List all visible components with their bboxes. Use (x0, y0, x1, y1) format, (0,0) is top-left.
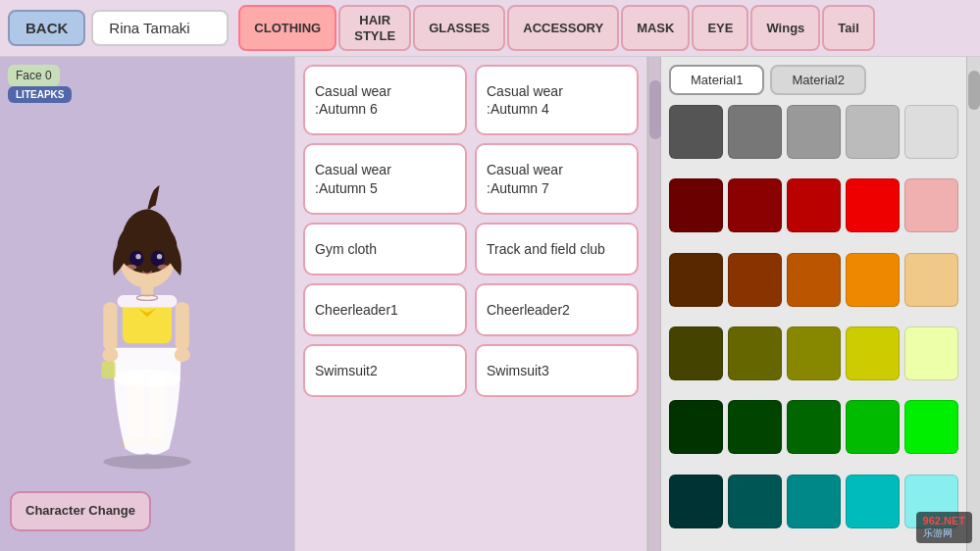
svg-point-21 (157, 254, 162, 259)
svg-point-20 (135, 254, 140, 259)
color-swatch[interactable] (728, 400, 782, 454)
color-swatch[interactable] (787, 178, 841, 232)
clothing-item[interactable]: Swimsuit2 (303, 344, 467, 397)
color-swatch[interactable] (904, 253, 958, 307)
color-swatch[interactable] (669, 475, 723, 528)
color-grid (669, 105, 958, 543)
color-swatch[interactable] (669, 178, 723, 232)
character-change-button[interactable]: Character Change (10, 491, 151, 531)
clothing-item[interactable]: Gym cloth (303, 223, 467, 276)
color-swatch[interactable] (669, 400, 723, 454)
svg-point-22 (127, 265, 137, 270)
color-swatch[interactable] (846, 178, 900, 232)
tab-wings[interactable]: Wings (750, 5, 820, 51)
clothing-item[interactable]: Track and field club (475, 223, 639, 276)
svg-point-23 (158, 265, 169, 270)
header: BACK Rina Tamaki CLOTHING HAIRSTYLE GLAS… (0, 0, 980, 57)
color-swatch[interactable] (787, 400, 841, 454)
character-name: Rina Tamaki (91, 10, 229, 46)
svg-rect-13 (101, 361, 115, 378)
character-change-label: Character Change (26, 503, 135, 518)
right-scrollbar[interactable] (966, 57, 980, 551)
color-swatch[interactable] (904, 400, 958, 454)
tab-hairstyle[interactable]: HAIRSTYLE (338, 5, 411, 51)
material2-tab[interactable]: Material2 (770, 65, 865, 95)
color-swatch[interactable] (846, 253, 900, 307)
color-swatch[interactable] (787, 475, 841, 528)
color-swatch[interactable] (787, 253, 841, 307)
character-preview-panel: Face 0 LITEAPKS (0, 57, 294, 551)
color-swatch[interactable] (728, 326, 782, 380)
clothing-list-panel: Casual wear:Autumn 6 Casual wear:Autumn … (294, 57, 647, 551)
color-panel: Material1 Material2 (661, 57, 966, 551)
clothing-item[interactable]: Cheerleader1 (303, 283, 467, 336)
tab-tail[interactable]: Tail (822, 5, 874, 51)
tab-eye[interactable]: EYE (692, 5, 748, 51)
watermark-site: 962.NET (923, 515, 965, 526)
material1-tab[interactable]: Material1 (669, 65, 764, 95)
color-swatch[interactable] (669, 253, 723, 307)
color-swatch[interactable] (846, 400, 900, 454)
tab-mask[interactable]: MASK (621, 5, 690, 51)
nav-tabs: CLOTHING HAIRSTYLE GLASSES ACCESSORY MAS… (238, 5, 874, 51)
color-swatch[interactable] (669, 105, 723, 159)
color-swatch[interactable] (728, 253, 782, 307)
color-swatch[interactable] (904, 326, 958, 380)
color-swatch[interactable] (728, 105, 782, 159)
color-swatch[interactable] (728, 475, 782, 528)
svg-point-0 (103, 455, 190, 469)
svg-point-12 (175, 348, 190, 362)
color-swatch[interactable] (904, 178, 958, 232)
clothing-item[interactable]: Casual wear:Autumn 4 (475, 65, 639, 135)
back-button[interactable]: BACK (8, 10, 85, 46)
color-swatch[interactable] (904, 105, 958, 159)
color-swatch[interactable] (846, 105, 900, 159)
character-illustration (69, 137, 226, 471)
color-swatch[interactable] (669, 326, 723, 380)
tab-glasses[interactable]: GLASSES (413, 5, 505, 51)
tab-accessory[interactable]: ACCESSORY (507, 5, 619, 51)
color-swatch[interactable] (846, 326, 900, 380)
clothing-item[interactable]: Swimsuit3 (475, 344, 639, 397)
clothing-item[interactable]: Casual wear:Autumn 7 (475, 143, 639, 214)
svg-rect-9 (103, 302, 117, 350)
tab-clothing[interactable]: CLOTHING (238, 5, 336, 51)
color-swatch[interactable] (846, 475, 900, 528)
clothing-item[interactable]: Cheerleader2 (475, 283, 639, 336)
color-swatch[interactable] (787, 105, 841, 159)
clothing-item[interactable]: Casual wear:Autumn 6 (303, 65, 467, 135)
svg-rect-10 (176, 302, 189, 350)
color-swatch[interactable] (728, 178, 782, 232)
main-area: Face 0 LITEAPKS (0, 57, 980, 551)
svg-rect-8 (118, 295, 178, 308)
watermark: 962.NET 乐游网 (916, 512, 972, 543)
watermark-sub: 乐游网 (923, 527, 953, 538)
color-swatch[interactable] (787, 326, 841, 380)
character-area (0, 57, 294, 551)
material-tabs: Material1 Material2 (669, 65, 958, 95)
clothing-item[interactable]: Casual wear:Autumn 5 (303, 143, 467, 214)
svg-point-11 (102, 348, 118, 362)
middle-scrollbar[interactable] (647, 57, 661, 551)
